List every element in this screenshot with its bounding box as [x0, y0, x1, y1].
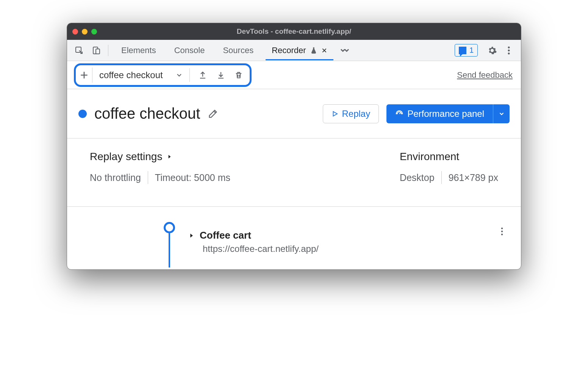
svg-point-8	[501, 234, 503, 235]
tab-sources[interactable]: Sources	[214, 41, 262, 60]
export-icon[interactable]	[194, 71, 212, 80]
replay-settings-title: Replay settings	[90, 151, 162, 163]
environment-title: Environment	[400, 151, 459, 163]
step-header[interactable]: Coffee cart	[188, 230, 510, 241]
caret-right-icon	[167, 153, 172, 160]
kebab-menu-icon[interactable]	[501, 43, 516, 58]
performance-panel-dropdown[interactable]	[493, 104, 510, 123]
svg-point-6	[501, 228, 503, 229]
recording-selector-label[interactable]: coffee checkout	[92, 70, 173, 80]
tab-console-label: Console	[174, 46, 205, 55]
svg-point-3	[508, 46, 510, 48]
close-tab-icon[interactable]	[321, 47, 327, 53]
delete-trash-icon[interactable]	[230, 71, 247, 80]
inspect-element-icon[interactable]	[72, 43, 87, 58]
window-title: DevTools - coffee-cart.netlify.app/	[67, 27, 521, 36]
devtools-tabstrip: Elements Console Sources Recorder 1	[67, 40, 521, 61]
chevron-down-icon[interactable]	[173, 71, 186, 79]
settings-row: Replay settings No throttling Timeout: 5…	[67, 138, 521, 207]
device-toolbar-icon[interactable]	[88, 43, 103, 58]
steps-list: Coffee cart https://coffee-cart.netlify.…	[67, 207, 521, 269]
settings-gear-icon[interactable]	[485, 43, 500, 58]
separator	[108, 45, 108, 56]
devtools-window: DevTools - coffee-cart.netlify.app/ Elem…	[67, 23, 521, 270]
step-node	[164, 222, 175, 233]
import-icon[interactable]	[212, 71, 230, 80]
tab-console[interactable]: Console	[166, 41, 213, 60]
tab-sources-label: Sources	[223, 46, 253, 55]
flask-icon	[310, 47, 317, 54]
tab-elements[interactable]: Elements	[113, 41, 164, 60]
performance-panel-button[interactable]: Performance panel	[386, 104, 493, 123]
more-tabs-chevron-icon[interactable]	[337, 43, 352, 58]
environment-header: Environment	[400, 151, 498, 163]
replay-settings-header[interactable]: Replay settings	[90, 151, 230, 163]
separator	[189, 68, 190, 82]
message-icon	[459, 47, 466, 54]
environment-section: Environment Desktop 961×789 px	[400, 151, 498, 194]
issues-count: 1	[469, 46, 474, 55]
caret-right-icon	[188, 232, 194, 239]
tab-elements-label: Elements	[121, 46, 156, 55]
replay-settings-values: No throttling Timeout: 5000 ms	[90, 171, 230, 184]
svg-rect-2	[96, 49, 100, 54]
replay-button-label: Replay	[342, 109, 371, 119]
tab-recorder-label: Recorder	[272, 46, 306, 55]
replay-settings-section: Replay settings No throttling Timeout: 5…	[90, 151, 230, 194]
svg-point-5	[508, 52, 510, 54]
step-more-icon[interactable]	[498, 226, 506, 236]
environment-device: Desktop	[400, 172, 435, 183]
step-connector-line	[169, 233, 170, 267]
separator	[148, 171, 148, 184]
step-title: Coffee cart	[200, 230, 251, 241]
environment-viewport: 961×789 px	[449, 172, 498, 183]
recording-title: coffee checkout	[94, 105, 200, 122]
titlebar: DevTools - coffee-cart.netlify.app/	[67, 23, 521, 40]
svg-point-4	[508, 49, 510, 51]
new-recording-button[interactable]	[76, 68, 92, 83]
send-feedback-link[interactable]: Send feedback	[457, 70, 513, 80]
minimize-window-button[interactable]	[82, 29, 88, 35]
environment-values: Desktop 961×789 px	[400, 171, 498, 184]
performance-panel-label: Performance panel	[407, 109, 484, 119]
edit-pencil-icon[interactable]	[208, 109, 218, 119]
step-url: https://coffee-cart.netlify.app/	[203, 244, 510, 254]
tab-recorder[interactable]: Recorder	[263, 41, 335, 60]
window-controls	[72, 29, 97, 35]
recorder-toolbar: coffee checkout Send feedback	[67, 61, 521, 89]
replay-button[interactable]: Replay	[323, 104, 379, 123]
zoom-window-button[interactable]	[91, 29, 97, 35]
close-window-button[interactable]	[72, 29, 78, 35]
svg-point-7	[501, 231, 503, 232]
recording-header: coffee checkout Replay Performance panel	[67, 89, 521, 138]
performance-panel-splitbutton: Performance panel	[386, 104, 510, 123]
separator	[441, 171, 442, 184]
throttling-value: No throttling	[90, 172, 141, 183]
recording-status-dot	[78, 110, 87, 118]
recording-selector-highlight: coffee checkout	[74, 63, 252, 87]
issues-badge[interactable]: 1	[455, 44, 478, 57]
timeout-value: Timeout: 5000 ms	[155, 172, 230, 183]
